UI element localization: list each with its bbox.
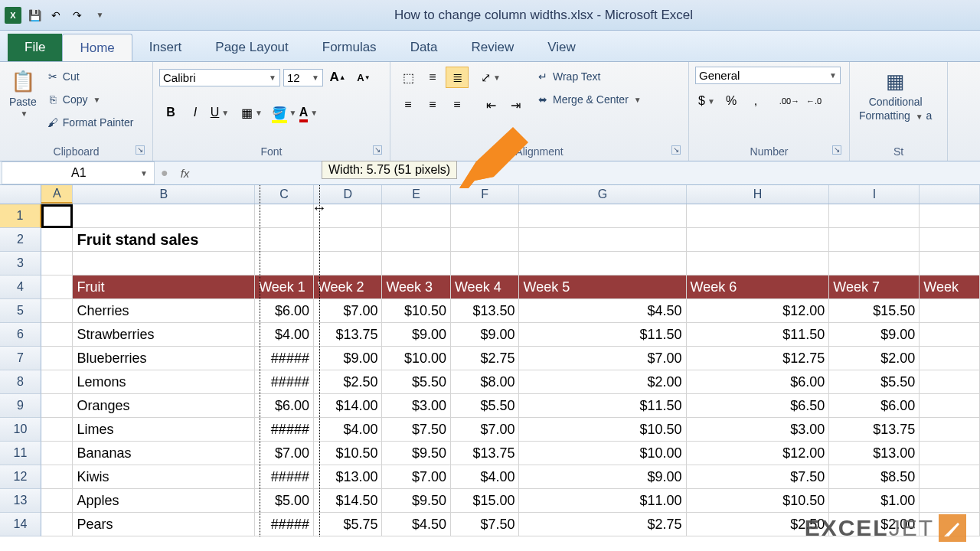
cell[interactable]: $8.00	[451, 370, 520, 394]
cell[interactable]	[41, 370, 73, 394]
cell[interactable]	[41, 347, 73, 370]
cell[interactable]	[41, 394, 73, 418]
cell[interactable]: $9.50	[382, 442, 451, 465]
cell[interactable]	[41, 252, 73, 276]
cell[interactable]: $10.50	[314, 442, 383, 465]
cell[interactable]: $13.75	[314, 323, 383, 347]
decrease-decimal-icon[interactable]: ←.0	[802, 90, 825, 112]
cell[interactable]: $15.50	[829, 299, 920, 323]
cell[interactable]	[920, 323, 980, 347]
cell[interactable]: Week	[920, 276, 980, 299]
column-header[interactable]: H	[687, 185, 830, 204]
cell[interactable]: $2.00	[519, 370, 686, 394]
paste-button[interactable]: 📋 Paste ▼	[6, 67, 40, 119]
column-header[interactable]: A	[41, 185, 73, 204]
font-color-button[interactable]: A▼	[297, 102, 320, 123]
cell[interactable]: $4.00	[314, 418, 383, 442]
cell[interactable]: Lemons	[73, 370, 255, 394]
cell[interactable]	[451, 228, 520, 252]
cell[interactable]	[451, 204, 520, 228]
tab-formulas[interactable]: Formulas	[305, 34, 394, 61]
undo-icon[interactable]: ↶	[47, 7, 64, 24]
cell[interactable]: Strawberries	[73, 323, 255, 347]
select-all-corner[interactable]	[0, 185, 41, 204]
cell[interactable]: Oranges	[73, 394, 255, 418]
cell[interactable]: $7.00	[451, 418, 520, 442]
cell[interactable]: #####	[255, 370, 314, 394]
cell[interactable]	[382, 228, 451, 252]
decrease-indent-icon[interactable]: ⇤	[479, 94, 502, 116]
dialog-launcher-icon[interactable]: ↘	[373, 145, 382, 155]
cell[interactable]: $14.50	[314, 489, 383, 513]
align-middle-icon[interactable]: ≡	[421, 67, 444, 88]
cell[interactable]	[920, 228, 980, 252]
currency-icon[interactable]: $▼	[695, 90, 718, 112]
row-header[interactable]: 11	[0, 442, 41, 465]
fx-icon[interactable]: fx	[176, 167, 194, 180]
cell[interactable]: #####	[255, 465, 314, 489]
save-icon[interactable]: 💾	[26, 7, 43, 24]
cell[interactable]: $13.00	[314, 465, 383, 489]
cell[interactable]: $5.75	[314, 513, 383, 536]
increase-indent-icon[interactable]: ⇥	[504, 94, 527, 116]
align-bottom-icon[interactable]: ≣	[446, 67, 469, 88]
row-header[interactable]: 9	[0, 394, 41, 418]
row-header[interactable]: 8	[0, 370, 41, 394]
cell[interactable]	[920, 465, 980, 489]
cell[interactable]	[920, 204, 980, 228]
column-header[interactable]	[920, 185, 980, 204]
cell[interactable]: Week 1	[255, 276, 314, 299]
cell[interactable]: $12.00	[687, 442, 830, 465]
cancel-icon[interactable]: ●	[161, 166, 168, 180]
tab-file[interactable]: File	[8, 34, 62, 61]
dialog-launcher-icon[interactable]: ↘	[136, 145, 145, 155]
cell[interactable]: #####	[255, 418, 314, 442]
cell[interactable]: $13.00	[829, 442, 920, 465]
cell[interactable]: Kiwis	[73, 465, 255, 489]
cell[interactable]	[829, 204, 920, 228]
cell[interactable]: $5.00	[255, 489, 314, 513]
cell[interactable]: $4.50	[519, 299, 686, 323]
column-header[interactable]: G	[519, 185, 686, 204]
cell[interactable]: Bananas	[73, 442, 255, 465]
cell[interactable]: $3.00	[687, 418, 830, 442]
cell[interactable]: Week 6	[687, 276, 830, 299]
column-header[interactable]: B	[73, 185, 255, 204]
cell[interactable]	[382, 204, 451, 228]
cell[interactable]	[314, 228, 383, 252]
cell[interactable]: $7.50	[687, 465, 830, 489]
cell[interactable]: $9.50	[382, 489, 451, 513]
cell[interactable]: $7.00	[519, 347, 686, 370]
cell[interactable]: $6.50	[687, 394, 830, 418]
cell[interactable]	[255, 252, 314, 276]
cell[interactable]	[920, 299, 980, 323]
cell[interactable]	[41, 204, 73, 228]
bold-button[interactable]: B	[159, 102, 182, 123]
cell[interactable]: Fruit	[73, 276, 255, 299]
row-header[interactable]: 13	[0, 489, 41, 513]
cell[interactable]	[382, 252, 451, 276]
cell[interactable]: $10.50	[519, 418, 686, 442]
worksheet-grid[interactable]: A B C D E F G H I ↔ 12Fruit stand sales3…	[0, 185, 980, 536]
cell[interactable]	[451, 252, 520, 276]
tab-data[interactable]: Data	[394, 34, 455, 61]
cell[interactable]: $6.00	[255, 394, 314, 418]
fill-color-button[interactable]: 🪣▼	[273, 102, 296, 123]
align-right-icon[interactable]: ≡	[446, 94, 469, 116]
cell[interactable]: $2.75	[519, 513, 686, 536]
row-header[interactable]: 14	[0, 513, 41, 536]
row-header[interactable]: 5	[0, 299, 41, 323]
cell[interactable]: $6.00	[255, 299, 314, 323]
cell[interactable]	[41, 489, 73, 513]
cell[interactable]	[920, 489, 980, 513]
cell[interactable]: $10.00	[382, 347, 451, 370]
row-header[interactable]: 6	[0, 323, 41, 347]
cell[interactable]: Fruit stand sales	[73, 228, 255, 252]
row-header[interactable]: 4	[0, 276, 41, 299]
cell[interactable]	[920, 370, 980, 394]
cell[interactable]: Week 4	[451, 276, 520, 299]
cell[interactable]: $9.00	[382, 323, 451, 347]
row-header[interactable]: 3	[0, 252, 41, 276]
orientation-icon[interactable]: ⤢▼	[479, 67, 502, 88]
merge-center-button[interactable]: ⬌Merge & Center▼	[534, 90, 643, 109]
